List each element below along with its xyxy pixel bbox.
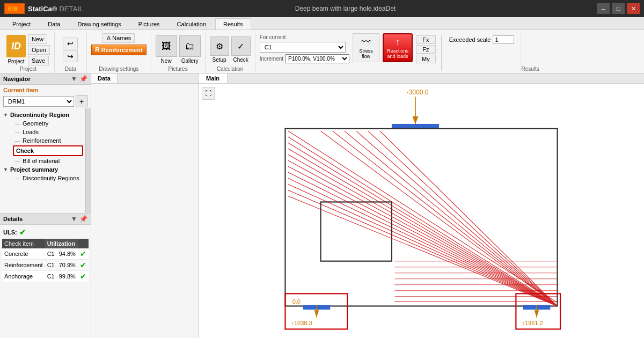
navigator-header-icons: ▼ 📌 xyxy=(71,75,87,83)
exceeded-input[interactable] xyxy=(493,35,514,44)
navigator-scrollbar[interactable] xyxy=(85,108,91,213)
reinforcement-status: ✔ xyxy=(78,260,89,271)
tab-results[interactable]: Results xyxy=(215,18,251,30)
ribbon-group-data: ↩ ↪ Data xyxy=(55,32,87,73)
svg-line-14 xyxy=(345,131,558,306)
increment-dropdown[interactable]: P100.0%, V100.0% xyxy=(285,54,349,63)
fz-button[interactable]: Fz xyxy=(416,45,436,54)
navigator-menu-icon[interactable]: ▼ xyxy=(71,75,77,83)
tree-section-discontinuity[interactable]: ▼ Discontinuity Region xyxy=(0,111,85,119)
save-button[interactable]: Save xyxy=(28,56,49,65)
stress-flow-section: 〰 Stressflow xyxy=(353,33,379,62)
stress-flow-button[interactable]: 〰 Stressflow xyxy=(353,33,379,62)
canvas-tab-bar: Main xyxy=(199,74,644,84)
uls-row: ULS: ✔ xyxy=(2,227,89,239)
tree-section-project-summary[interactable]: ▼ Project summary xyxy=(0,165,85,174)
navigator-pin-icon[interactable]: 📌 xyxy=(79,75,87,83)
drawing-btns: A Names R Reinforcement xyxy=(91,33,147,66)
undo-button[interactable]: ↩ xyxy=(63,38,78,49)
tab-calculation[interactable]: Calculation xyxy=(169,18,214,30)
ribbon-content: ID Project New Open Save Project ↩ ↪ xyxy=(0,30,644,73)
svg-line-10 xyxy=(288,190,558,306)
svg-line-0 xyxy=(288,131,558,303)
open-button[interactable]: Open xyxy=(28,45,50,55)
close-button[interactable]: ✕ xyxy=(627,3,640,14)
tree-item-bill[interactable]: — Bill of material xyxy=(0,157,85,165)
reinforcement-label: Reinforcement xyxy=(101,47,143,53)
my-button[interactable]: My xyxy=(416,55,436,63)
fx-button[interactable]: Fx xyxy=(416,35,436,44)
ribbon-tab-bar: Project Data Drawing settings Pictures C… xyxy=(0,17,644,30)
reinforcement-button[interactable]: R Reinforcement xyxy=(91,45,147,55)
app-name: StatiCa® xyxy=(28,5,57,13)
stress-lines xyxy=(288,131,558,306)
tree-area: ▼ Discontinuity Region — Geometry — Load… xyxy=(0,108,85,213)
force-buttons-group: Fx Fz My xyxy=(416,33,436,63)
details-menu-icon[interactable]: ▼ xyxy=(71,215,77,223)
status-header xyxy=(78,239,89,248)
discontinuity-regions-label: Discontinuity Regions xyxy=(23,175,79,181)
tab-project[interactable]: Project xyxy=(4,18,39,30)
discontinuity-region-label: Discontinuity Region xyxy=(10,112,69,118)
svg-line-3 xyxy=(288,149,558,306)
results-group-footer: Results xyxy=(521,65,539,73)
details-pin-icon[interactable]: 📌 xyxy=(79,215,87,223)
tree-item-loads[interactable]: — Loads xyxy=(0,128,85,136)
pictures-btns: 🖼 New 🗂 Gallery xyxy=(156,33,201,66)
tab-pictures[interactable]: Pictures xyxy=(130,18,168,30)
pictures-group-label: Pictures xyxy=(169,66,188,73)
canvas-area[interactable]: ⛶ -3000.0 xyxy=(199,84,644,338)
svg-line-13 xyxy=(333,131,558,306)
concrete-status: ✔ xyxy=(78,248,89,260)
calculation-group-label: Calculation xyxy=(217,66,243,73)
anchorage-status: ✔ xyxy=(78,271,89,282)
reactions-loads-button[interactable]: ↑ Reactionsand loads xyxy=(383,33,413,62)
bl-bottom-value: ↑1038.3 xyxy=(291,320,312,326)
for-current-dropdown[interactable]: C1 xyxy=(260,42,346,53)
expand-canvas-button[interactable]: ⛶ xyxy=(202,87,215,100)
maximize-button[interactable]: □ xyxy=(612,3,625,14)
top-arrow-head xyxy=(412,116,418,124)
tree-arrow-summary: ▼ xyxy=(3,167,8,172)
svg-line-11 xyxy=(288,196,558,306)
tree-item-check[interactable]: Check xyxy=(13,145,83,156)
details-content: ULS: ✔ Check item Utilization xyxy=(0,225,91,338)
anchorage-value: 99.8% xyxy=(57,271,78,282)
check-calc-icon: ✓ xyxy=(231,36,251,56)
svg-line-1 xyxy=(288,137,558,305)
current-item-dropdown[interactable]: DRM1 xyxy=(3,96,74,107)
data-btns: ↩ ↪ xyxy=(63,33,78,66)
bl-top-value: 0.0 xyxy=(292,298,301,305)
left-panels: Navigator ▼ 📌 Current item DRM1 + xyxy=(0,74,91,338)
data-tab[interactable]: Data xyxy=(91,74,118,83)
nav-add-button[interactable]: + xyxy=(76,95,87,107)
calculation-btns: ⚙ Setup ✓ Check xyxy=(210,33,251,66)
tree-item-geometry[interactable]: — Geometry xyxy=(0,119,85,128)
svg-line-4 xyxy=(288,155,558,306)
project-file-actions: New Open Save xyxy=(28,34,50,65)
main-tab[interactable]: Main xyxy=(199,74,228,83)
middle-panel: Data xyxy=(91,74,199,338)
ribbon-group-results: For current C1 Increment P100.0%, V100.0… xyxy=(255,32,522,73)
navigator-header: Navigator ▼ 📌 xyxy=(0,74,91,85)
new-button[interactable]: New xyxy=(28,34,47,44)
ribbon-group-pictures: 🖼 New 🗂 Gallery Pictures xyxy=(151,32,206,73)
minimize-button[interactable]: – xyxy=(597,3,610,14)
tree-item-reinforcement[interactable]: — Reinforcement xyxy=(0,136,85,145)
names-button[interactable]: A Names xyxy=(103,33,135,43)
gallery-icon: 🗂 xyxy=(179,35,201,57)
tree-item-discontinuity-regions[interactable]: — Discontinuity Regions xyxy=(0,174,85,182)
navigator-panel: Navigator ▼ 📌 Current item DRM1 + xyxy=(0,74,91,213)
redo-button[interactable]: ↪ xyxy=(63,50,78,62)
tab-data[interactable]: Data xyxy=(40,18,68,30)
tab-drawing-settings[interactable]: Drawing settings xyxy=(70,18,129,30)
exceeded-row: Exceeded scale xyxy=(447,33,517,46)
uls-label: ULS: xyxy=(3,229,17,236)
canvas-panel: Main ⛶ -3000.0 xyxy=(199,74,644,338)
setup-icon: ⚙ xyxy=(210,36,229,56)
svg-line-17 xyxy=(380,131,558,306)
project-summary-label: Project summary xyxy=(10,166,58,173)
reinforcement-value: 70.9% xyxy=(57,260,78,271)
file-label: Project xyxy=(8,58,24,64)
names-icon: A xyxy=(106,35,111,41)
